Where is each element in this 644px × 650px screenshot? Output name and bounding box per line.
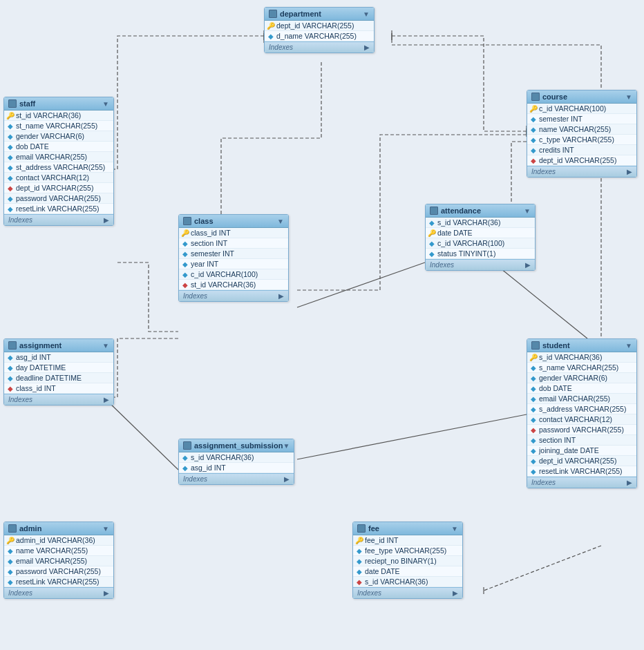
field-text: email VARCHAR(255) xyxy=(16,153,87,161)
chevron-down-icon[interactable]: ▼ xyxy=(625,93,632,101)
chevron-down-icon[interactable]: ▼ xyxy=(451,525,458,533)
table-field-row: ◆s_id VARCHAR(36) xyxy=(353,577,462,587)
field-text: name VARCHAR(255) xyxy=(539,125,611,133)
field-icon-diamond-blue: ◆ xyxy=(182,454,189,461)
table-field-row: ◆password VARCHAR(255) xyxy=(4,193,113,204)
table-footer-course[interactable]: Indexes▶ xyxy=(527,166,636,177)
indexes-label: Indexes xyxy=(269,44,293,51)
table-field-row: ◆s_id VARCHAR(36) xyxy=(179,452,294,463)
table-header-assignment[interactable]: assignment▼ xyxy=(4,339,113,352)
field-icon-diamond-blue: ◆ xyxy=(7,374,14,381)
table-footer-class[interactable]: Indexes▶ xyxy=(179,290,288,301)
footer-arrow-icon[interactable]: ▶ xyxy=(627,479,632,486)
table-footer-staff[interactable]: Indexes▶ xyxy=(4,214,113,225)
field-icon-diamond-blue: ◆ xyxy=(7,205,14,212)
table-header-admin[interactable]: admin▼ xyxy=(4,522,113,535)
table-student[interactable]: student▼🔑s_id VARCHAR(36)◆s_name VARCHAR… xyxy=(527,338,637,488)
chevron-down-icon[interactable]: ▼ xyxy=(102,525,109,533)
field-text: status TINYINT(1) xyxy=(437,249,495,258)
chevron-down-icon[interactable]: ▼ xyxy=(277,218,284,225)
field-text: year INT xyxy=(191,260,218,268)
table-header-course[interactable]: course▼ xyxy=(527,90,636,104)
table-field-row: ◆class_id INT xyxy=(4,383,113,394)
table-db-icon xyxy=(357,524,366,533)
footer-arrow-icon[interactable]: ▶ xyxy=(453,589,458,597)
table-name-label: assignment_submission xyxy=(194,441,283,450)
table-footer-admin[interactable]: Indexes▶ xyxy=(4,587,113,598)
field-text: dept_id VARCHAR(255) xyxy=(16,184,93,192)
footer-arrow-icon[interactable]: ▶ xyxy=(284,475,290,483)
table-admin[interactable]: admin▼🔑admin_id VARCHAR(36)◆name VARCHAR… xyxy=(3,522,114,599)
table-header-student[interactable]: student▼ xyxy=(527,339,636,352)
field-icon-diamond-blue: ◆ xyxy=(530,146,537,153)
footer-arrow-icon[interactable]: ▶ xyxy=(627,168,632,175)
table-name-label: attendance xyxy=(441,207,481,215)
field-icon-diamond-blue: ◆ xyxy=(428,250,435,257)
table-header-staff[interactable]: staff▼ xyxy=(4,97,113,111)
chevron-down-icon[interactable]: ▼ xyxy=(524,207,531,215)
table-footer-department[interactable]: Indexes▶ xyxy=(265,41,374,52)
table-db-icon xyxy=(269,10,277,18)
table-attendance[interactable]: attendance▼◆s_id VARCHAR(36)🔑date DATE◆c… xyxy=(425,204,536,271)
table-field-row: ◆resetLink VARCHAR(255) xyxy=(527,466,636,477)
footer-arrow-icon[interactable]: ▶ xyxy=(104,396,109,403)
table-department[interactable]: department▼🔑dept_id VARCHAR(255)◆d_name … xyxy=(264,7,375,53)
field-text: class_id INT xyxy=(191,229,231,237)
field-icon-key: 🔑 xyxy=(182,229,189,236)
field-text: date DATE xyxy=(437,229,473,237)
field-text: password VARCHAR(255) xyxy=(16,567,101,575)
field-icon-diamond-blue: ◆ xyxy=(356,547,363,554)
field-text: semester INT xyxy=(191,249,234,258)
table-name-label: staff xyxy=(19,99,35,108)
table-course[interactable]: course▼🔑c_id VARCHAR(100)◆semester INT◆n… xyxy=(527,90,637,178)
table-field-row: 🔑date DATE xyxy=(426,228,535,238)
footer-arrow-icon[interactable]: ▶ xyxy=(525,261,531,269)
field-text: st_id VARCHAR(36) xyxy=(191,280,256,289)
field-text: date DATE xyxy=(365,567,400,575)
table-field-row: ◆d_name VARCHAR(255) xyxy=(265,31,374,41)
table-footer-assignment_submission[interactable]: Indexes▶ xyxy=(179,473,294,484)
table-header-assignment_submission[interactable]: assignment_submission▼ xyxy=(179,439,294,452)
field-text: s_id VARCHAR(36) xyxy=(365,577,428,586)
table-db-icon xyxy=(183,441,191,450)
indexes-label: Indexes xyxy=(8,216,32,224)
chevron-down-icon[interactable]: ▼ xyxy=(283,442,290,450)
chevron-down-icon[interactable]: ▼ xyxy=(102,342,109,350)
table-assignment[interactable]: assignment▼◆asg_id INT◆day DATETIME◆dead… xyxy=(3,338,114,405)
footer-arrow-icon[interactable]: ▶ xyxy=(364,44,370,51)
field-icon-key: 🔑 xyxy=(356,537,363,544)
table-footer-attendance[interactable]: Indexes▶ xyxy=(426,259,535,270)
table-footer-assignment[interactable]: Indexes▶ xyxy=(4,394,113,405)
table-footer-student[interactable]: Indexes▶ xyxy=(527,477,636,488)
table-fee[interactable]: fee▼🔑fee_id INT◆fee_type VARCHAR(255)◆re… xyxy=(352,522,463,599)
table-header-class[interactable]: class▼ xyxy=(179,215,288,228)
field-text: day DATETIME xyxy=(16,363,66,372)
table-field-row: ◆password VARCHAR(255) xyxy=(527,425,636,435)
field-text: section INT xyxy=(539,436,576,444)
table-assignment_submission[interactable]: assignment_submission▼◆s_id VARCHAR(36)◆… xyxy=(178,439,294,485)
footer-arrow-icon[interactable]: ▶ xyxy=(104,216,109,224)
table-name-label: student xyxy=(542,341,570,350)
chevron-down-icon[interactable]: ▼ xyxy=(102,100,109,108)
table-header-fee[interactable]: fee▼ xyxy=(353,522,462,535)
field-icon-diamond-red: ◆ xyxy=(182,281,189,288)
field-icon-diamond-blue: ◆ xyxy=(428,219,435,226)
indexes-label: Indexes xyxy=(183,292,207,300)
table-field-row: ◆dept_id VARCHAR(255) xyxy=(527,155,636,166)
table-name-label: admin xyxy=(19,524,41,533)
table-field-row: 🔑dept_id VARCHAR(255) xyxy=(265,21,374,31)
table-name-label: course xyxy=(542,93,567,101)
indexes-label: Indexes xyxy=(531,479,556,486)
table-class[interactable]: class▼🔑class_id INT◆section INT◆semester… xyxy=(178,214,289,302)
footer-arrow-icon[interactable]: ▶ xyxy=(104,589,109,597)
table-header-department[interactable]: department▼ xyxy=(265,8,374,21)
table-staff[interactable]: staff▼🔑st_id VARCHAR(36)◆st_name VARCHAR… xyxy=(3,97,114,226)
footer-arrow-icon[interactable]: ▶ xyxy=(278,292,284,300)
chevron-down-icon[interactable]: ▼ xyxy=(363,10,370,18)
table-header-attendance[interactable]: attendance▼ xyxy=(426,204,535,218)
field-text: contact VARCHAR(12) xyxy=(539,415,612,423)
table-footer-fee[interactable]: Indexes▶ xyxy=(353,587,462,598)
field-icon-diamond-blue: ◆ xyxy=(530,395,537,402)
chevron-down-icon[interactable]: ▼ xyxy=(625,342,632,350)
field-icon-diamond-red: ◆ xyxy=(530,157,537,164)
